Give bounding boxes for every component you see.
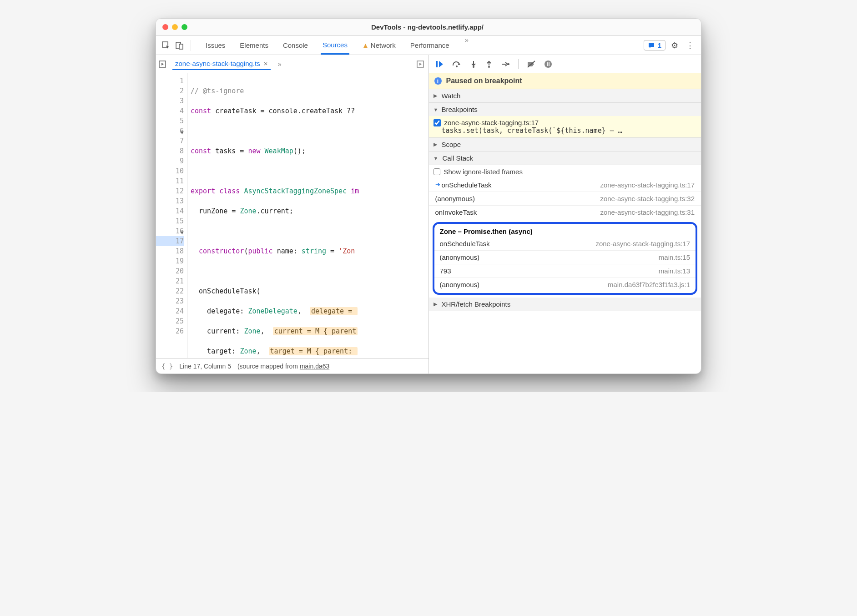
devtools-window: DevTools - ng-devtools.netlify.app/ Issu… [156, 18, 701, 374]
settings-icon[interactable]: ⚙ [668, 40, 681, 50]
pause-banner: i Paused on breakpoint [429, 73, 701, 89]
speech-bubble-icon [648, 42, 655, 49]
debugger-panel: i Paused on breakpoint ▶Watch ▼Breakpoin… [429, 55, 701, 374]
source-map-link[interactable]: main.da63 [300, 363, 329, 370]
step-into-icon[interactable] [470, 60, 477, 68]
checkbox-icon [434, 168, 440, 175]
breakpoint-item[interactable]: zone-async-stack-tagging.ts:17 tasks.set… [429, 116, 701, 137]
tab-elements[interactable]: Elements [238, 36, 270, 55]
close-window-button[interactable] [162, 24, 168, 30]
source-panel: zone-async-stack-tagging.ts × » 12345 6▼… [156, 55, 429, 374]
line-gutter[interactable]: 12345 6▼ 789101112131415 16▼ 17 18192021… [156, 73, 188, 358]
pause-exceptions-icon[interactable] [544, 60, 552, 68]
info-icon: i [434, 77, 442, 85]
traffic-lights [162, 24, 187, 30]
inspect-element-icon[interactable] [161, 40, 171, 51]
more-file-tabs-icon[interactable]: » [275, 60, 284, 68]
cursor-position: Line 17, Column 5 [179, 363, 231, 370]
svg-rect-2 [179, 44, 183, 49]
debugger-toolbar [429, 55, 701, 73]
watch-section[interactable]: ▶Watch [429, 89, 701, 103]
close-tab-icon[interactable]: × [264, 60, 268, 67]
async-group-title: Zone – Promise.then (async) [434, 226, 696, 237]
navigator-toggle-icon[interactable] [159, 61, 168, 68]
main-split: zone-async-stack-tagging.ts × » 12345 6▼… [156, 55, 701, 374]
async-stack-group: Zone – Promise.then (async) onScheduleTa… [433, 222, 698, 295]
breakpoint-checkbox[interactable] [434, 119, 441, 126]
code-editor[interactable]: 12345 6▼ 789101112131415 16▼ 17 18192021… [156, 73, 428, 358]
stack-frame[interactable]: onScheduleTask zone-async-stack-tagging.… [429, 178, 701, 192]
svg-rect-12 [547, 62, 548, 66]
code-content[interactable]: // @ts-ignore const createTask = console… [188, 73, 428, 358]
deactivate-breakpoints-icon[interactable] [527, 60, 536, 68]
svg-point-7 [473, 66, 474, 68]
snippets-icon[interactable] [417, 61, 426, 68]
svg-rect-13 [549, 62, 549, 66]
stack-frame[interactable]: (anonymous) main.ts:15 [434, 251, 696, 264]
resume-icon[interactable] [435, 60, 444, 68]
callstack-header[interactable]: ▼Call Stack [429, 151, 701, 165]
tab-console[interactable]: Console [281, 36, 310, 55]
issues-counter[interactable]: 1 [644, 40, 665, 50]
breakpoints-header[interactable]: ▼Breakpoints [429, 103, 701, 116]
breakpoints-section: ▼Breakpoints zone-async-stack-tagging.ts… [429, 103, 701, 138]
warning-icon: ▲ [362, 41, 369, 49]
svg-point-8 [488, 66, 490, 68]
xhr-breakpoints-section[interactable]: ▶XHR/fetch Breakpoints [429, 298, 701, 311]
svg-rect-5 [436, 61, 438, 67]
tab-sources[interactable]: Sources [321, 36, 349, 55]
scope-section[interactable]: ▶Scope [429, 138, 701, 151]
maximize-window-button[interactable] [181, 24, 187, 30]
minimize-window-button[interactable] [172, 24, 178, 30]
stack-frame[interactable]: 793 main.ts:13 [434, 264, 696, 278]
pretty-print-icon[interactable]: { } [161, 363, 173, 370]
file-tab-active[interactable]: zone-async-stack-tagging.ts × [172, 58, 271, 70]
source-map-info: (source mapped from main.da63 [237, 363, 329, 370]
more-tabs-icon[interactable]: » [462, 36, 471, 55]
file-tabs-bar: zone-async-stack-tagging.ts × » [156, 55, 428, 73]
callstack-section: ▼Call Stack Show ignore-listed frames on… [429, 151, 701, 298]
step-over-icon[interactable] [452, 60, 462, 68]
more-options-icon[interactable]: ⋮ [684, 40, 696, 50]
stack-frame[interactable]: (anonymous) zone-async-stack-tagging.ts:… [429, 192, 701, 206]
stack-frame[interactable]: onInvokeTask zone-async-stack-tagging.ts… [429, 206, 701, 219]
tab-network[interactable]: ▲Network [360, 36, 398, 55]
svg-point-9 [508, 63, 509, 65]
step-icon[interactable] [501, 60, 510, 68]
panel-tabs: Issues Elements Console Sources ▲Network… [204, 36, 641, 55]
device-toolbar-icon[interactable] [174, 40, 185, 51]
stack-frame[interactable]: (anonymous) main.da63f7b2fe3f1fa3.js:1 [434, 278, 696, 291]
ignore-listed-toggle[interactable]: Show ignore-listed frames [429, 165, 701, 178]
stack-frame[interactable]: onScheduleTask zone-async-stack-tagging.… [434, 237, 696, 251]
main-toolbar: Issues Elements Console Sources ▲Network… [156, 36, 701, 55]
tab-issues[interactable]: Issues [204, 36, 227, 55]
editor-statusbar: { } Line 17, Column 5 (source mapped fro… [156, 358, 428, 374]
step-out-icon[interactable] [485, 60, 493, 68]
tab-performance[interactable]: Performance [408, 36, 451, 55]
svg-point-11 [544, 61, 552, 68]
titlebar: DevTools - ng-devtools.netlify.app/ [156, 19, 701, 36]
svg-point-6 [456, 66, 458, 67]
window-title: DevTools - ng-devtools.netlify.app/ [187, 23, 667, 31]
